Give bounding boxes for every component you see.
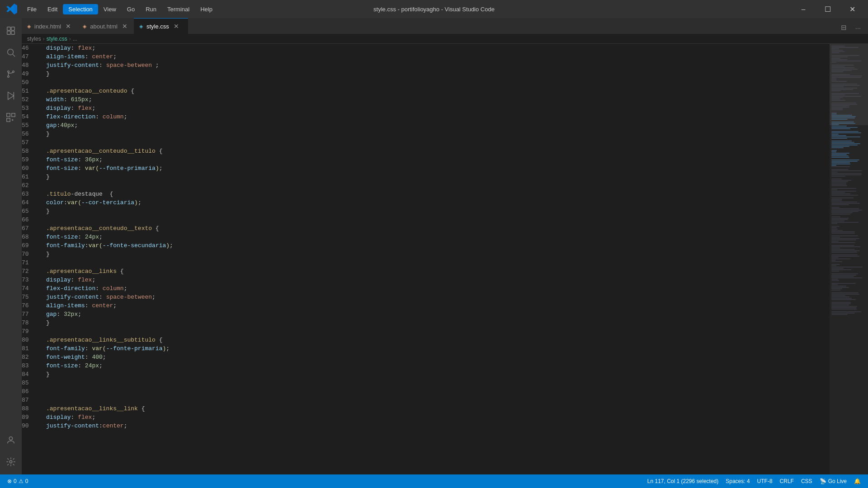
menu-help[interactable]: Help — [195, 4, 218, 14]
window-controls: ‒ ☐ ✕ — [793, 0, 863, 18]
warning-count: 0 — [25, 478, 28, 484]
status-cursor[interactable]: Ln 117, Col 1 (2296 selected) — [644, 474, 722, 488]
tab-about-html-label: about.html — [90, 23, 118, 30]
svg-point-4 — [8, 49, 14, 55]
error-count: 0 — [14, 478, 17, 484]
window-title: style.css - portifolioyagho - Visual Stu… — [373, 6, 495, 13]
activity-explorer[interactable] — [2, 22, 20, 40]
close-button[interactable]: ✕ — [842, 0, 863, 18]
tab-style-css-icon: ◈ — [139, 23, 143, 29]
status-line-ending[interactable]: CRLF — [776, 474, 797, 488]
svg-point-8 — [8, 71, 9, 73]
menu-terminal[interactable]: Terminal — [162, 4, 195, 14]
status-go-live[interactable]: 📡 Go Live — [816, 474, 850, 488]
minimap-slider[interactable] — [830, 44, 868, 125]
status-notifications[interactable]: 🔔 — [850, 474, 864, 488]
activity-bar — [0, 18, 22, 474]
tab-about-html-close[interactable]: ✕ — [121, 23, 128, 30]
svg-rect-14 — [7, 118, 10, 122]
svg-rect-0 — [7, 27, 10, 30]
svg-rect-3 — [11, 31, 14, 34]
svg-rect-12 — [7, 113, 10, 117]
titlebar-left: File Edit Selection View Go Run Terminal… — [5, 3, 218, 15]
menu-view[interactable]: View — [98, 4, 122, 14]
svg-marker-10 — [8, 92, 14, 100]
activity-search[interactable] — [2, 43, 20, 61]
menu-run[interactable]: Run — [140, 4, 162, 14]
activity-extensions[interactable] — [2, 108, 20, 127]
status-language[interactable]: CSS — [797, 474, 816, 488]
status-encoding[interactable]: UTF-8 — [754, 474, 776, 488]
svg-point-16 — [9, 460, 12, 463]
menu-bar: File Edit Selection View Go Run Terminal… — [22, 4, 218, 14]
svg-rect-1 — [11, 27, 14, 30]
vscode-logo — [5, 3, 18, 15]
svg-rect-2 — [7, 31, 10, 34]
menu-edit[interactable]: Edit — [42, 4, 63, 14]
warning-icon: ⚠ — [19, 478, 24, 484]
activity-run[interactable] — [2, 87, 20, 105]
tab-style-css-close[interactable]: ✕ — [173, 23, 180, 30]
minimize-button[interactable]: ‒ — [793, 0, 814, 18]
status-spaces[interactable]: Spaces: 4 — [722, 474, 753, 488]
tab-actions: ⊟ ··· — [837, 21, 868, 34]
split-editor-button[interactable]: ⊟ — [837, 21, 850, 34]
breadcrumb-sep2: › — [69, 36, 71, 42]
breadcrumb: styles › style.css › ... — [22, 34, 868, 44]
tab-index-html-close[interactable]: ✕ — [65, 23, 72, 30]
error-icon: ⊗ — [7, 478, 12, 484]
svg-point-6 — [8, 76, 9, 78]
maximize-button[interactable]: ☐ — [817, 0, 838, 18]
go-live-label: Go Live — [828, 478, 847, 484]
svg-line-5 — [13, 54, 15, 56]
tab-index-html-icon: ◈ — [27, 23, 31, 29]
tab-index-html[interactable]: ◈ index.html ✕ — [22, 18, 77, 34]
line-numbers: 4647484950515253545556575859606162636465… — [22, 44, 44, 474]
status-errors[interactable]: ⊗ 0 ⚠ 0 — [4, 474, 32, 488]
activity-account[interactable] — [2, 431, 20, 449]
menu-file[interactable]: File — [22, 4, 42, 14]
breadcrumb-sep1: › — [43, 36, 45, 42]
breadcrumb-styles[interactable]: styles — [27, 36, 41, 42]
tab-index-html-label: index.html — [34, 23, 61, 30]
tab-bar: ◈ index.html ✕ ◈ about.html ✕ ◈ style.cs… — [22, 18, 868, 34]
menu-selection[interactable]: Selection — [63, 4, 98, 14]
tab-style-css[interactable]: ◈ style.css ✕ — [134, 18, 188, 34]
tab-about-html[interactable]: ◈ about.html ✕ — [77, 18, 134, 34]
more-actions-button[interactable]: ··· — [852, 21, 864, 34]
activity-source-control[interactable] — [2, 65, 20, 83]
editor-area: 4647484950515253545556575859606162636465… — [22, 44, 861, 474]
antenna-icon: 📡 — [820, 478, 826, 484]
menu-go[interactable]: Go — [122, 4, 140, 14]
activity-bar-bottom — [2, 431, 20, 474]
minimap[interactable] — [830, 44, 868, 474]
svg-rect-13 — [12, 113, 15, 117]
tab-style-css-label: style.css — [146, 23, 169, 30]
svg-point-15 — [9, 437, 12, 440]
code-content[interactable]: display: flex;align-items: center;justif… — [44, 44, 861, 474]
breadcrumb-section[interactable]: ... — [73, 36, 77, 42]
status-bar: ⊗ 0 ⚠ 0 Ln 117, Col 1 (2296 selected) Sp… — [0, 474, 868, 488]
status-right: Ln 117, Col 1 (2296 selected) Spaces: 4 … — [644, 474, 864, 488]
breadcrumb-file[interactable]: style.css — [47, 36, 67, 42]
titlebar: File Edit Selection View Go Run Terminal… — [0, 0, 868, 18]
activity-settings[interactable] — [2, 453, 20, 471]
svg-point-7 — [13, 71, 14, 73]
tab-about-html-icon: ◈ — [83, 23, 86, 29]
